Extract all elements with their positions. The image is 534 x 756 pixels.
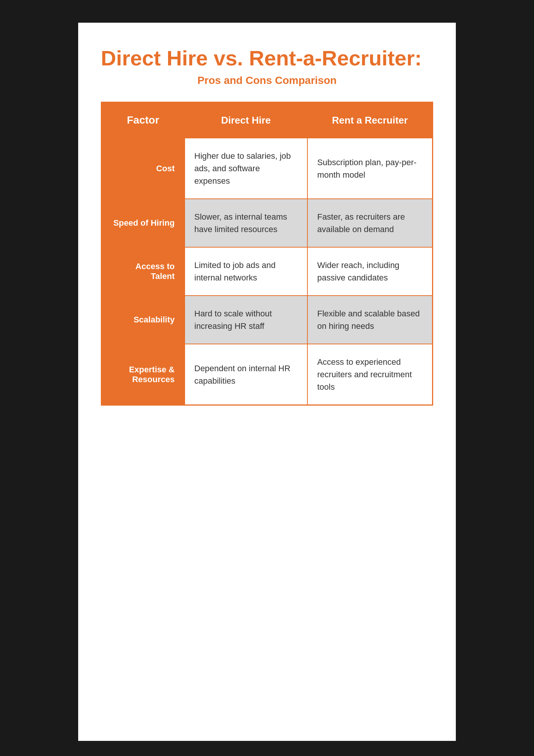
- main-title: Direct Hire vs. Rent-a-Recruiter:: [101, 45, 433, 71]
- subtitle: Pros and Cons Comparison: [101, 74, 433, 87]
- rent-recruiter-cell: Access to experienced recruiters and rec…: [307, 344, 433, 405]
- rent-recruiter-cell: Flexible and scalable based on hiring ne…: [307, 296, 433, 344]
- table-row: Access to TalentLimited to job ads and i…: [102, 247, 433, 296]
- factor-cell: Speed of Hiring: [102, 199, 185, 247]
- factor-column-header: Factor: [102, 102, 185, 138]
- rent-recruiter-column-header: Rent a Recruiter: [307, 102, 433, 138]
- table-header-row: Factor Direct Hire Rent a Recruiter: [102, 102, 433, 138]
- table-row: CostHigher due to salaries, job ads, and…: [102, 138, 433, 199]
- direct-hire-cell: Hard to scale without increasing HR staf…: [185, 296, 307, 344]
- table-row: ScalabilityHard to scale without increas…: [102, 296, 433, 344]
- page-container: Direct Hire vs. Rent-a-Recruiter: Pros a…: [78, 23, 456, 741]
- direct-hire-cell: Limited to job ads and internal networks: [185, 247, 307, 296]
- title-section: Direct Hire vs. Rent-a-Recruiter: Pros a…: [101, 45, 433, 87]
- table-row: Speed of HiringSlower, as internal teams…: [102, 199, 433, 247]
- table-body: CostHigher due to salaries, job ads, and…: [102, 138, 433, 405]
- comparison-table: Factor Direct Hire Rent a Recruiter Cost…: [101, 102, 433, 406]
- factor-cell: Access to Talent: [102, 247, 185, 296]
- rent-recruiter-cell: Wider reach, including passive candidate…: [307, 247, 433, 296]
- factor-cell: Expertise &Resources: [102, 344, 185, 405]
- direct-hire-cell: Higher due to salaries, job ads, and sof…: [185, 138, 307, 199]
- rent-recruiter-cell: Faster, as recruiters are available on d…: [307, 199, 433, 247]
- direct-hire-cell: Slower, as internal teams have limited r…: [185, 199, 307, 247]
- table-row: Expertise &ResourcesDependent on interna…: [102, 344, 433, 405]
- factor-cell: Scalability: [102, 296, 185, 344]
- rent-recruiter-cell: Subscription plan, pay-per-month model: [307, 138, 433, 199]
- direct-hire-column-header: Direct Hire: [185, 102, 307, 138]
- direct-hire-cell: Dependent on internal HR capabilities: [185, 344, 307, 405]
- factor-cell: Cost: [102, 138, 185, 199]
- main-title-text: Direct Hire vs. Rent-a-Recruiter:: [101, 46, 422, 70]
